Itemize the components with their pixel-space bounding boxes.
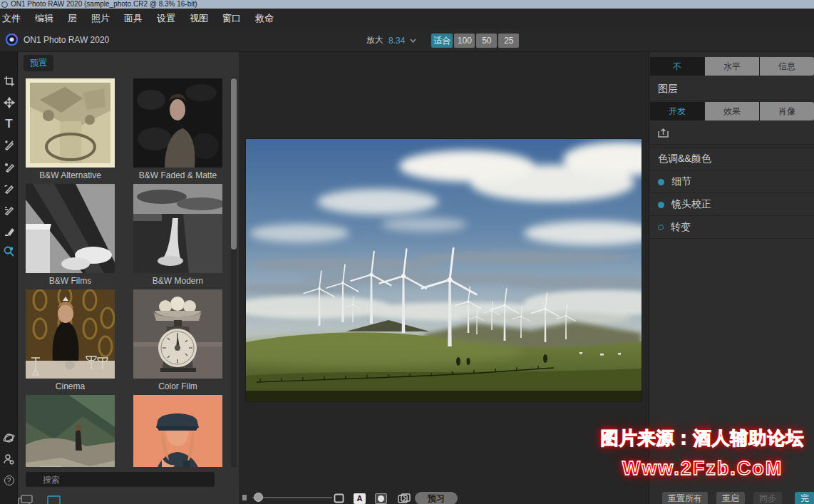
view-tab-group: 不 水平 信息	[650, 57, 814, 76]
menu-edit[interactable]: 编辑	[35, 12, 62, 25]
chevron-down-icon[interactable]	[410, 38, 416, 43]
sync-button[interactable]: 同步	[753, 492, 782, 504]
mode-tab-group: 开发 效果 肖像	[650, 102, 814, 120]
search-input[interactable]	[26, 472, 215, 487]
tab-effects[interactable]: 效果	[705, 102, 759, 120]
layers-section-header[interactable]: 图层	[649, 78, 814, 101]
erase-tool-icon[interactable]	[0, 222, 18, 240]
app-name: ON1 Photo RAW 2020	[24, 35, 109, 45]
move-tool-icon[interactable]	[0, 93, 18, 112]
preview-slider-track[interactable]	[252, 497, 332, 498]
export-preset-icon[interactable]	[658, 128, 669, 138]
enabled-indicator-icon[interactable]	[658, 202, 664, 208]
canvas-area[interactable]	[239, 52, 649, 504]
crop-tool-icon[interactable]	[0, 72, 18, 91]
titlebar: ON1 Photo RAW 2020 (sample_photo.CR2 @ 8…	[0, 0, 814, 9]
menu-settings[interactable]: 设置	[157, 12, 184, 25]
menu-view[interactable]: 视图	[190, 12, 217, 25]
preset-label: B&W Faded & Matte	[133, 168, 222, 183]
zoom-label: 放大	[366, 34, 383, 46]
enabled-indicator-icon[interactable]	[658, 179, 664, 185]
reset-all-button[interactable]: 重置所有	[662, 492, 708, 504]
zoom-50-button[interactable]: 50	[476, 34, 497, 48]
menu-window[interactable]: 窗口	[222, 12, 249, 25]
preset-label: B&W Modern	[133, 273, 222, 289]
preset-label: B&W Alternative	[26, 168, 115, 183]
filmstrip-view-icon[interactable]	[19, 495, 32, 504]
reset-button[interactable]: 重启	[716, 492, 745, 504]
section-transform[interactable]: 转变	[649, 217, 814, 239]
preset-thumb-sepia-column[interactable]	[26, 78, 115, 168]
preset-thumb-cinema-portrait[interactable]	[26, 289, 115, 379]
preset-label: Cinema	[26, 379, 115, 394]
grid-view-icon[interactable]	[48, 496, 60, 504]
menu-mask[interactable]: 面具	[124, 12, 151, 25]
tab-develop[interactable]: 开发	[650, 102, 704, 120]
tab-portrait[interactable]: 肖像	[760, 102, 814, 120]
preset-item[interactable]: B&W Alternative	[26, 78, 115, 183]
preset-thumb-dark-portrait[interactable]	[133, 78, 222, 168]
preview-button[interactable]: 预习	[415, 492, 458, 504]
zoom-value[interactable]: 8.34	[388, 36, 405, 46]
text-tool-icon[interactable]: T	[0, 115, 18, 133]
fit-button[interactable]: 适合	[431, 34, 453, 48]
preview-slider-knob[interactable]	[254, 493, 263, 502]
compare-icon[interactable]	[398, 493, 411, 503]
perfect-brush-icon[interactable]	[0, 158, 18, 176]
zoom-preset-group: 适合 100 50 25	[431, 34, 519, 48]
preset-item[interactable]: Cinema	[26, 289, 115, 394]
on1-photo-raw-window: ON1 Photo RAW 2020 (sample_photo.CR2 @ 8…	[0, 0, 814, 504]
share-icon[interactable]	[0, 428, 18, 447]
menubar: 文件 编辑 层 照片 面具 设置 视图 窗口 救命	[0, 9, 814, 29]
app-toolbar: ON1 Photo RAW 2020 放大 8.34 适合 100 50 25	[0, 29, 814, 52]
presets-scrollbar-thumb[interactable]	[231, 78, 237, 250]
refine-brush-icon[interactable]	[0, 200, 18, 219]
done-button[interactable]: 完成	[795, 492, 814, 504]
menu-help[interactable]: 救命	[255, 12, 282, 25]
help-icon[interactable]: ?	[0, 471, 18, 490]
view-mode-toggles	[18, 494, 239, 504]
app-window-icon	[1, 1, 8, 8]
crop-overlay-icon[interactable]	[334, 493, 344, 503]
preset-thumb-bw-bridge[interactable]	[26, 184, 115, 273]
menu-file[interactable]: 文件	[2, 12, 29, 25]
section-detail[interactable]: 细节	[649, 171, 814, 193]
disabled-indicator-icon[interactable]	[658, 225, 664, 230]
zoom-25-button[interactable]: 25	[498, 34, 519, 48]
section-tone-color[interactable]: 色调&&颜色	[649, 148, 814, 170]
zoom-controls: 放大 8.34 适合 100 50 25	[366, 33, 519, 48]
presets-panel: 预置 B&W Alternati	[18, 52, 239, 504]
preset-item[interactable]: B&W Modern	[133, 184, 222, 289]
preview-size-icon	[242, 495, 247, 500]
preset-thumb-bw-waterfall[interactable]	[133, 184, 222, 273]
menu-layer[interactable]: 层	[68, 12, 86, 25]
on1-logo-icon	[6, 34, 18, 46]
preset-thumb-kitchen-scale[interactable]	[133, 289, 222, 379]
preset-item[interactable]: B&W Films	[26, 184, 115, 289]
presets-scrollbar[interactable]	[231, 77, 237, 485]
preset-label: B&W Films	[26, 273, 115, 289]
section-lens-correction[interactable]: 镜头校正	[649, 194, 814, 216]
tab-presets[interactable]: 预置	[24, 55, 53, 71]
tab-histogram[interactable]: 水平	[705, 57, 759, 76]
account-icon[interactable]	[0, 450, 18, 468]
search-row	[18, 467, 239, 494]
adjust-brush-icon[interactable]	[0, 136, 18, 155]
zoom-100-button[interactable]: 100	[454, 34, 475, 48]
preset-item[interactable]: B&W Faded & Matte	[133, 78, 222, 183]
soft-proof-icon[interactable]: A	[354, 493, 366, 504]
tab-info[interactable]: 信息	[760, 57, 814, 76]
menu-photo[interactable]: 照片	[91, 12, 118, 25]
brand: ON1 Photo RAW 2020	[6, 34, 109, 46]
preset-label: Color Film	[133, 379, 222, 394]
masking-brush-icon[interactable]	[0, 179, 18, 197]
tab-none[interactable]: 不	[650, 57, 704, 76]
save-preset-row	[649, 121, 814, 145]
preset-item[interactable]: Color Film	[133, 289, 222, 394]
presets-panel-header: 预置	[18, 52, 239, 74]
view-zoom-tool-icon[interactable]	[0, 242, 18, 260]
mask-view-icon[interactable]	[375, 493, 387, 504]
tool-rail: T	[0, 52, 18, 504]
bottom-bar: A 预习 重置所有 重启 同步 完成	[239, 488, 814, 504]
photo-wind-turbines[interactable]	[246, 139, 642, 401]
